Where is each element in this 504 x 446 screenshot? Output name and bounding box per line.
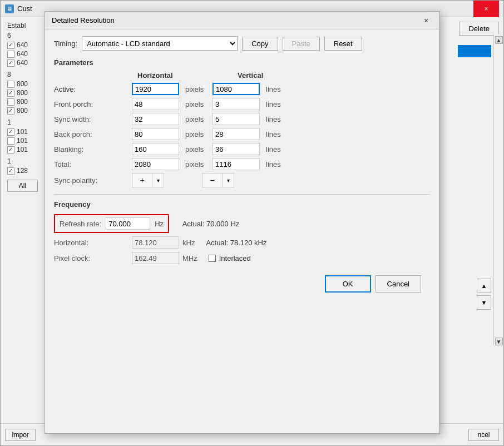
front-porch-h-input[interactable]	[132, 98, 179, 110]
parameters-section: Parameters Horizontal Vertical Active: p…	[54, 58, 430, 187]
all-button[interactable]: All	[7, 180, 38, 192]
front-porch-h-unit: pixels	[182, 100, 213, 108]
bg-cancel-button[interactable]: ncel	[468, 429, 499, 441]
active-h-input[interactable]	[132, 83, 179, 95]
horizontal-freq-row: Horizontal: 78.120 kHz Actual: 78.120 kH…	[54, 236, 430, 249]
total-v-input[interactable]	[213, 158, 260, 170]
timing-label: Timing:	[54, 39, 77, 48]
param-row-front-porch: Front porch: pixels lines	[54, 98, 430, 110]
v-polarity-dropdown[interactable]: ▾	[223, 174, 234, 187]
horizontal-freq-unit: kHz	[182, 239, 195, 247]
item-label: 101	[17, 146, 28, 153]
divider	[54, 194, 430, 195]
active-v-input[interactable]	[213, 83, 260, 95]
horizontal-freq-label: Horizontal:	[54, 239, 132, 247]
interlaced-wrapper: Interlaced	[209, 254, 251, 262]
active-label: Active:	[54, 85, 132, 93]
active-v-unit: lines	[263, 85, 293, 93]
blanking-label: Blanking:	[54, 145, 132, 153]
sync-width-h-input[interactable]	[132, 113, 179, 125]
v-polarity-button[interactable]: −	[202, 174, 223, 187]
pixel-clock-label: Pixel clock:	[54, 254, 132, 262]
arrow-buttons: ▲ ▼	[477, 279, 491, 310]
checkbox-800-1[interactable]	[7, 81, 14, 88]
timing-select[interactable]: Automatic - LCD standard	[82, 36, 238, 51]
dialog-close-button[interactable]: ×	[413, 12, 439, 29]
bg-title: Cust	[17, 4, 32, 13]
frequency-section: Frequency Refresh rate: Hz Actual: 70.00…	[54, 200, 430, 264]
total-h-unit: pixels	[182, 160, 213, 169]
checkbox-800-3[interactable]	[7, 98, 14, 106]
h-polarity-button[interactable]: +	[132, 174, 152, 187]
refresh-rate-input[interactable]	[106, 217, 150, 230]
checkbox-101-3[interactable]	[7, 146, 14, 153]
param-row-total: Total: pixels lines	[54, 158, 430, 170]
scrollbar[interactable]: ▲ ▼	[493, 34, 503, 345]
dialog-footer: OK Cancel	[54, 269, 430, 299]
param-row-blanking: Blanking: pixels lines	[54, 143, 430, 155]
reset-button[interactable]: Reset	[324, 37, 362, 51]
item-label: 101	[17, 128, 28, 136]
down-arrow-button[interactable]: ▼	[477, 295, 491, 310]
param-row-sync-width: Sync width: pixels lines	[54, 113, 430, 125]
checkbox-640-2[interactable]	[7, 51, 14, 58]
import-button[interactable]: Impor	[5, 429, 36, 441]
active-h-unit: pixels	[182, 85, 213, 93]
item-label: 800	[17, 98, 28, 106]
copy-button[interactable]: Copy	[242, 37, 278, 51]
paste-button[interactable]: Paste	[283, 37, 320, 51]
blanking-h-input[interactable]	[132, 143, 179, 155]
sync-width-v-unit: lines	[263, 115, 293, 123]
checkbox-640-1[interactable]	[7, 42, 14, 49]
h-polarity-dropdown[interactable]: ▾	[152, 174, 164, 187]
scroll-up[interactable]: ▲	[495, 36, 503, 44]
dialog-body: Timing: Automatic - LCD standard Copy Pa…	[45, 29, 439, 306]
pixel-clock-value: 162.49	[132, 252, 179, 264]
back-porch-v-input[interactable]	[213, 128, 260, 140]
selected-list-item	[458, 45, 491, 57]
scroll-down[interactable]: ▼	[495, 338, 503, 345]
refresh-rate-actual: Actual: 70.000 Hz	[182, 220, 240, 228]
timing-select-wrapper: Automatic - LCD standard	[82, 36, 238, 51]
checkbox-101-1[interactable]	[7, 128, 14, 136]
monitor-icon: 🖥	[5, 4, 14, 13]
total-v-unit: lines	[263, 160, 293, 169]
vertical-header: Vertical	[232, 71, 332, 80]
front-porch-v-input[interactable]	[213, 98, 260, 110]
blanking-h-unit: pixels	[182, 145, 213, 153]
item-label: 640	[17, 50, 28, 58]
checkbox-101-2[interactable]	[7, 137, 14, 145]
sync-polarity-row: Sync polarity: + ▾ − ▾	[54, 173, 430, 187]
checkbox-800-4[interactable]	[7, 107, 14, 115]
item-label: 800	[17, 89, 28, 97]
checkbox-800-2[interactable]	[7, 90, 14, 97]
sync-width-v-input[interactable]	[213, 113, 260, 125]
blanking-v-input[interactable]	[213, 143, 260, 155]
param-row-active: Active: pixels lines	[54, 83, 430, 95]
up-arrow-button[interactable]: ▲	[477, 279, 491, 293]
back-porch-v-unit: lines	[263, 130, 293, 138]
h-polarity-group: + ▾	[132, 173, 164, 187]
checkbox-128-1[interactable]	[7, 167, 14, 175]
refresh-rate-bordered: Refresh rate: Hz	[54, 214, 169, 233]
dialog-title: Detailed Resolution	[52, 16, 413, 24]
item-label: 640	[17, 59, 28, 67]
bg-close-button[interactable]: ×	[473, 1, 499, 17]
front-porch-v-unit: lines	[263, 100, 293, 108]
cancel-button[interactable]: Cancel	[375, 275, 421, 293]
interlaced-checkbox[interactable]	[209, 255, 216, 262]
sync-width-h-unit: pixels	[182, 115, 213, 123]
sync-width-label: Sync width:	[54, 115, 132, 123]
back-porch-h-input[interactable]	[132, 128, 179, 140]
parameters-title: Parameters	[54, 58, 430, 67]
refresh-rate-label: Refresh rate:	[60, 220, 101, 228]
total-label: Total:	[54, 160, 132, 169]
ok-button[interactable]: OK	[325, 275, 371, 293]
checkbox-640-3[interactable]	[7, 60, 14, 67]
sync-polarity-label: Sync polarity:	[54, 176, 132, 185]
timing-row: Timing: Automatic - LCD standard Copy Pa…	[54, 36, 430, 51]
item-label: 101	[17, 137, 28, 145]
pixel-clock-unit: MHz	[182, 254, 197, 262]
horizontal-freq-actual: Actual: 78.120 kHz	[206, 239, 266, 247]
total-h-input[interactable]	[132, 158, 179, 170]
